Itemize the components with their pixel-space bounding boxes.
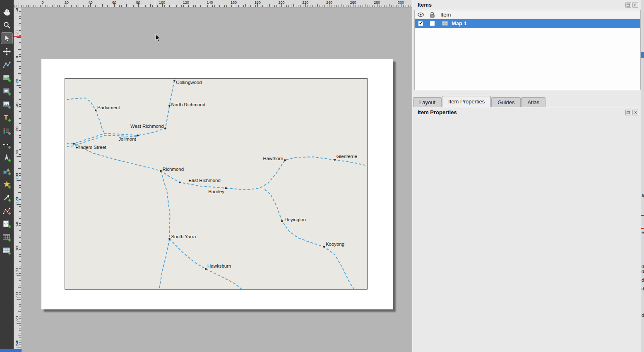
svg-text:T: T <box>4 115 8 121</box>
edit-nodes-item-tool[interactable] <box>1 59 12 70</box>
add-html-tool[interactable]: </> <box>1 218 12 230</box>
add-attribute-table-tool[interactable] <box>1 232 12 243</box>
ruler-tick <box>19 307 21 307</box>
item-properties-undock-button[interactable] <box>625 110 631 115</box>
ruler-label: 160 <box>15 242 19 254</box>
station-dot <box>168 105 171 107</box>
clipped-fragment: ed <box>642 230 644 235</box>
layout-toolbox: 3DT</> <box>0 0 14 352</box>
ruler-tick <box>19 90 21 90</box>
ruler-tick <box>19 316 21 316</box>
ruler-tick <box>19 64 21 64</box>
add-marker-tool[interactable] <box>1 179 12 190</box>
ruler-tick <box>19 326 21 326</box>
ruler-tick <box>396 5 396 7</box>
ruler-tick <box>308 5 308 7</box>
ruler-label: 20 <box>60 0 73 5</box>
ruler-tick <box>18 311 21 312</box>
tab-layout[interactable]: Layout <box>413 97 442 107</box>
svg-text:3D: 3D <box>4 89 8 93</box>
ruler-tick <box>384 5 384 7</box>
visibility-checkbox[interactable] <box>418 21 423 26</box>
ruler-tick <box>327 5 327 7</box>
add-arrow-tool[interactable] <box>1 192 12 203</box>
select-move-item-tool[interactable] <box>1 33 12 44</box>
add-north-arrow-tool[interactable] <box>1 152 12 163</box>
add-3d-map-tool[interactable]: 3D <box>1 86 12 97</box>
ruler-tick <box>71 5 72 7</box>
ruler-tick <box>18 335 21 335</box>
add-map-tool[interactable] <box>1 72 12 84</box>
ruler-tick <box>107 5 108 7</box>
ruler-tick <box>145 5 146 7</box>
ruler-tick <box>19 92 21 93</box>
ruler-tick <box>19 83 21 83</box>
add-legend-tool[interactable] <box>1 125 12 136</box>
ruler-tick <box>19 159 21 159</box>
add-picture-tool[interactable] <box>1 99 12 110</box>
ruler-tick <box>19 292 21 293</box>
ruler-tick <box>40 5 41 7</box>
ruler-tick <box>19 147 21 147</box>
station-label: Hawksburn <box>207 263 231 268</box>
svg-text:</>: </> <box>4 222 8 225</box>
ruler-tick <box>408 5 409 7</box>
ruler-tick <box>18 73 21 74</box>
tab-item-properties[interactable]: Item Properties <box>442 96 491 107</box>
map-item[interactable]: CollingwoodParliamentNorth RichmondWest … <box>65 78 368 290</box>
ruler-tick <box>79 4 79 7</box>
ruler-tick <box>181 5 182 7</box>
ruler-tick <box>188 5 189 7</box>
items-panel-title: Items <box>418 2 432 8</box>
ruler-tick <box>48 5 48 7</box>
ruler-tick <box>262 5 263 7</box>
lock-checkbox[interactable] <box>430 21 435 26</box>
add-label-tool[interactable]: T <box>1 112 12 123</box>
station-dot <box>137 134 139 136</box>
zoom-tool[interactable] <box>1 19 12 31</box>
station-label: Hawthorn <box>263 156 283 161</box>
station-label: Collingwood <box>176 80 202 85</box>
tab-atlas[interactable]: Atlas <box>521 97 545 107</box>
items-close-button[interactable] <box>632 2 638 8</box>
add-scalebar-tool[interactable] <box>1 139 12 150</box>
ruler-tick <box>19 59 21 59</box>
layout-canvas[interactable]: CollingwoodParliamentNorth RichmondWest … <box>21 7 412 352</box>
clipped-red-mark <box>641 215 644 216</box>
ruler-tick <box>205 5 205 7</box>
ruler-tick <box>69 5 69 7</box>
layout-page[interactable]: CollingwoodParliamentNorth RichmondWest … <box>41 59 393 309</box>
add-fixed-table-tool[interactable] <box>1 245 12 256</box>
ruler-tick <box>19 47 21 47</box>
ruler-tick <box>141 5 141 7</box>
ruler-tick <box>19 149 21 150</box>
ruler-tick <box>389 4 389 7</box>
item-row-map-1[interactable]: Map 1 <box>415 19 640 28</box>
clipped-red-mark <box>641 228 644 229</box>
ruler-tick <box>59 5 60 7</box>
ruler-tick <box>152 5 153 7</box>
item-properties-close-button[interactable] <box>632 110 638 115</box>
ruler-tick <box>19 30 21 31</box>
ruler-tick <box>19 221 21 221</box>
ruler-tick <box>19 114 21 114</box>
add-shape-tool[interactable] <box>1 165 12 177</box>
clipped-fragment: d <box>642 264 644 269</box>
ruler-tick <box>18 145 21 145</box>
ruler-tick <box>310 5 310 7</box>
clipped-fragment: d <box>642 269 644 274</box>
tab-guides[interactable]: Guides <box>491 97 521 107</box>
station-dot <box>281 220 283 222</box>
ruler-tick <box>19 330 21 331</box>
ruler-tick <box>19 254 21 255</box>
move-item-content-tool[interactable] <box>1 46 12 57</box>
pan-tool[interactable] <box>1 6 12 17</box>
ruler-tick <box>81 5 81 7</box>
ruler-tick <box>19 95 21 95</box>
items-undock-button[interactable] <box>625 2 631 8</box>
rail-line-north-line <box>67 79 175 144</box>
clipped-fragment: d <box>642 278 644 283</box>
ruler-tick <box>372 5 372 7</box>
ruler-tick <box>18 168 21 169</box>
add-node-item-tool[interactable] <box>1 205 12 216</box>
